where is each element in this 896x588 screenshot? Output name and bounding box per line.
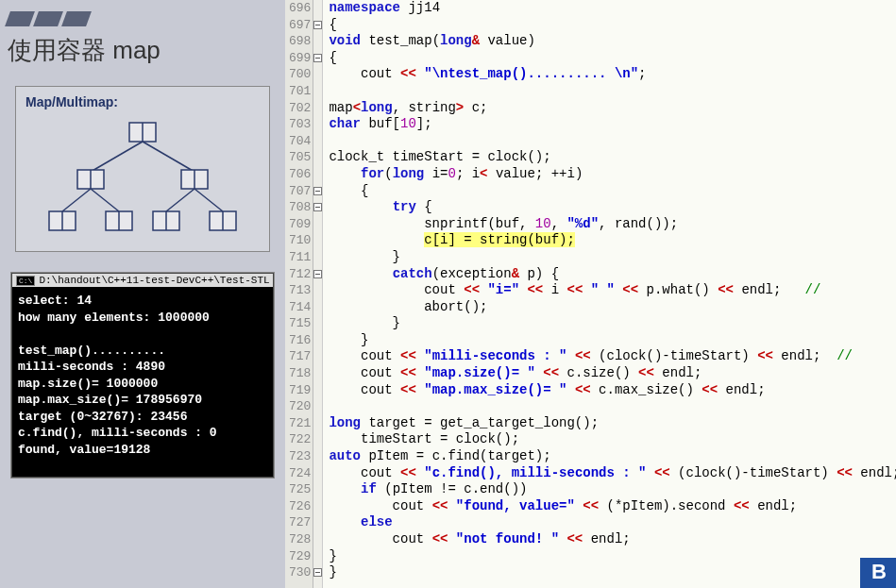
fold-cell	[313, 481, 322, 498]
code-line[interactable]: }	[329, 249, 896, 266]
code-line[interactable]: }	[329, 332, 896, 349]
fold-cell	[313, 166, 322, 183]
line-number: 721	[285, 415, 313, 432]
fold-cell	[313, 531, 322, 548]
code-line[interactable]: clock_t timeStart = clock();	[329, 149, 896, 166]
code-line[interactable]	[329, 398, 896, 415]
line-number: 714	[285, 299, 313, 316]
code-editor[interactable]: 6966976986997007017027037047057067077087…	[285, 0, 896, 588]
fold-cell	[313, 365, 322, 382]
fold-cell	[313, 398, 322, 415]
fold-cell[interactable]	[313, 266, 322, 283]
svg-line-1	[143, 142, 194, 172]
fold-marker-icon[interactable]	[313, 187, 322, 195]
corner-badge: B	[860, 558, 896, 588]
fold-cell	[313, 232, 322, 249]
code-line[interactable]: cout << "not found! " << endl;	[329, 531, 896, 548]
code-line[interactable]: long target = get_a_target_long();	[329, 415, 896, 432]
fold-cell	[313, 149, 322, 166]
code-line[interactable]: {	[329, 50, 896, 67]
code-line[interactable]: }	[329, 315, 896, 332]
line-number: 728	[285, 531, 313, 548]
line-number-gutter: 6966976986997007017027037047057067077087…	[285, 0, 313, 588]
console-titlebar: C:\ D:\handout\C++11-test-DevC++\Test-ST…	[12, 274, 273, 287]
code-line[interactable]: {	[329, 183, 896, 200]
fold-cell	[313, 448, 322, 465]
code-line[interactable]	[329, 83, 896, 100]
svg-line-5	[194, 189, 223, 211]
code-line[interactable]: if (pItem != c.end())	[329, 481, 896, 498]
code-line[interactable]: cout << "c.find(), milli-seconds : " << …	[329, 465, 896, 482]
line-number: 701	[285, 83, 313, 100]
code-line[interactable]: try {	[329, 199, 896, 216]
code-line[interactable]: cout << "\ntest_map().......... \n";	[329, 66, 896, 83]
fold-cell	[313, 83, 322, 100]
fold-cell[interactable]	[313, 50, 322, 67]
diagram-title: Map/Multimap:	[25, 94, 260, 109]
code-line[interactable]: snprintf(buf, 10, "%d", rand());	[329, 216, 896, 233]
fold-cell[interactable]	[313, 17, 322, 34]
line-number: 726	[285, 498, 313, 515]
fold-cell[interactable]	[313, 183, 322, 200]
code-line[interactable]: timeStart = clock();	[329, 431, 896, 448]
fold-cell	[313, 249, 322, 266]
fold-cell	[313, 133, 322, 150]
code-line[interactable]: else	[329, 514, 896, 531]
code-line[interactable]: auto pItem = c.find(target);	[329, 448, 896, 465]
code-line[interactable]: c[i] = string(buf);	[329, 232, 896, 249]
fold-cell	[313, 100, 322, 117]
code-line[interactable]	[329, 133, 896, 150]
line-number: 722	[285, 431, 313, 448]
code-line[interactable]: {	[329, 17, 896, 34]
line-number: 708	[285, 199, 313, 216]
fold-cell	[313, 216, 322, 233]
fold-cell	[313, 498, 322, 515]
line-number: 697	[285, 17, 313, 34]
fold-column[interactable]	[313, 0, 323, 588]
code-line[interactable]: cout << "map.max_size()= " << c.max_size…	[329, 382, 896, 399]
fold-cell	[313, 348, 322, 365]
console-title-text: D:\handout\C++11-test-DevC++\Test-STL	[39, 275, 269, 286]
code-content[interactable]: namespace jj14{void test_map(long& value…	[323, 0, 896, 588]
line-number: 720	[285, 398, 313, 415]
code-line[interactable]: void test_map(long& value)	[329, 33, 896, 50]
code-line[interactable]: catch(exception& p) {	[329, 266, 896, 283]
fold-marker-icon[interactable]	[313, 270, 322, 278]
slide-left-panel: 使用容器 map Map/Multimap:	[0, 0, 285, 588]
code-line[interactable]: cout << "milli-seconds : " << (clock()-t…	[329, 348, 896, 365]
code-line[interactable]: namespace jj14	[329, 0, 896, 17]
code-line[interactable]: cout << "map.size()= " << c.size() << en…	[329, 365, 896, 382]
line-number: 725	[285, 481, 313, 498]
fold-cell[interactable]	[313, 199, 322, 216]
tree-diagram	[34, 115, 251, 238]
line-number: 716	[285, 332, 313, 349]
fold-marker-icon[interactable]	[313, 21, 322, 29]
code-line[interactable]: for(long i=0; i< value; ++i)	[329, 166, 896, 183]
code-line[interactable]: cout << "i=" << i << " " << p.what() << …	[329, 282, 896, 299]
fold-marker-icon[interactable]	[313, 568, 322, 577]
console-body: select: 14 how many elements: 1000000 te…	[12, 287, 273, 477]
fold-cell	[313, 415, 322, 432]
fold-marker-icon[interactable]	[313, 203, 322, 211]
code-line[interactable]: abort();	[329, 299, 896, 316]
line-number: 702	[285, 100, 313, 117]
line-number: 724	[285, 465, 313, 482]
line-number: 704	[285, 133, 313, 150]
line-number: 715	[285, 315, 313, 332]
line-number: 723	[285, 448, 313, 465]
line-number: 705	[285, 149, 313, 166]
fold-cell[interactable]	[313, 564, 322, 581]
code-line[interactable]: char buf[10];	[329, 116, 896, 133]
line-number: 698	[285, 33, 313, 50]
fold-cell	[313, 315, 322, 332]
code-line[interactable]: }	[329, 564, 896, 581]
code-line[interactable]: cout << "found, value=" << (*pItem).seco…	[329, 498, 896, 515]
line-number: 709	[285, 216, 313, 233]
fold-cell	[313, 465, 322, 482]
code-line[interactable]: map<long, string> c;	[329, 100, 896, 117]
line-number: 718	[285, 365, 313, 382]
code-line[interactable]: }	[329, 548, 896, 565]
fold-marker-icon[interactable]	[313, 54, 322, 62]
accent-decor	[8, 11, 278, 26]
fold-cell	[313, 116, 322, 133]
